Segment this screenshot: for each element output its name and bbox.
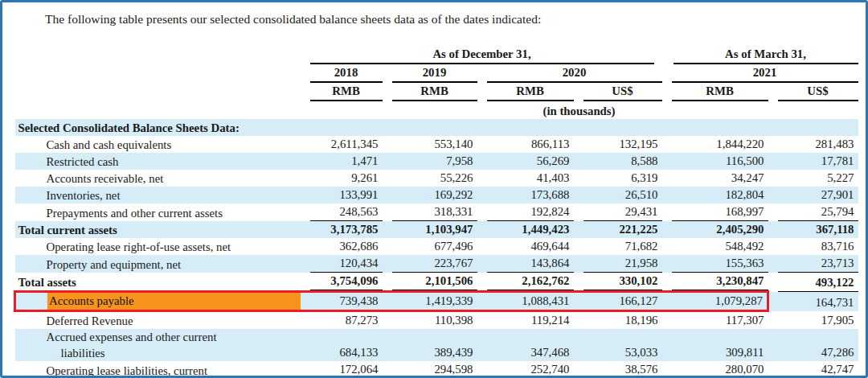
cell-value: 309,811 <box>726 346 764 359</box>
cell-value: 166,127 <box>619 294 657 307</box>
group-header-december: As of December 31, <box>310 46 654 64</box>
cell-value: 469,644 <box>530 240 569 253</box>
cell-value: 71,682 <box>625 240 658 253</box>
year-2020: 2020 <box>487 64 662 83</box>
cell-value: 8,588 <box>631 154 657 167</box>
cell-value: 41,403 <box>537 171 570 184</box>
currency-label: RMB <box>310 83 383 101</box>
row-label: Selected Consolidated Balance Sheets Dat… <box>18 120 301 136</box>
units-note: (in thousands) <box>301 101 858 119</box>
cell-value: 21,958 <box>625 257 658 269</box>
cell-value: 55,226 <box>440 171 473 184</box>
year-2019: 2019 <box>392 64 477 83</box>
cell-value: 553,140 <box>434 138 473 150</box>
cell-value: 38,576 <box>625 363 658 376</box>
currency-label: RMB <box>672 83 768 101</box>
cell-value: 9,261 <box>351 171 378 184</box>
cell-value: 47,286 <box>821 346 854 359</box>
cell-value: 248,563 <box>339 205 378 218</box>
cell-value: 362,686 <box>339 240 378 253</box>
cell-value: 18,196 <box>625 314 658 327</box>
cell-value: 17,781 <box>821 154 854 167</box>
cell-value: 169,292 <box>434 188 473 201</box>
cell-value: 53,033 <box>625 346 658 359</box>
row-label: Operating lease right-of-use assets, net <box>47 239 301 255</box>
cell-value: 684,133 <box>339 346 378 359</box>
row-label-line2: liabilities <box>47 345 301 361</box>
table-row: Accounts receivable, net 9,261 55,226 41… <box>15 170 858 187</box>
cell-value: 347,468 <box>530 346 569 359</box>
row-label: Accounts receivable, net <box>47 171 301 187</box>
cell-value: 389,439 <box>434 346 473 359</box>
table-row: Restricted cash 1,471 7,958 56,269 8,588… <box>15 153 858 170</box>
highlighted-row: Accounts payable 739,438 1,419,339 1,088… <box>15 292 858 311</box>
row-label: Deferred Revenue <box>47 313 301 329</box>
cell-value: 281,483 <box>815 138 854 150</box>
table-row: Deferred Revenue 87,273 110,398 119,214 … <box>15 311 858 330</box>
cell-value: 493,122 <box>815 276 854 289</box>
cell-value: 116,500 <box>726 154 764 167</box>
cell-value: 2,611,345 <box>331 138 379 150</box>
cell-value: 120,434 <box>339 257 378 269</box>
table-row: Total current assets 3,173,785 1,103,947… <box>15 221 858 238</box>
cell-value: 27,901 <box>821 188 854 201</box>
table-row: Operating lease right-of-use assets, net… <box>15 238 858 255</box>
cell-value: 866,113 <box>531 138 570 150</box>
cell-value: 367,118 <box>816 223 854 236</box>
cell-value: 25,794 <box>821 205 854 218</box>
cell-value: 26,510 <box>625 188 658 201</box>
cell-value: 677,496 <box>434 240 473 253</box>
cell-value: 252,740 <box>530 363 569 376</box>
cell-value: 739,438 <box>339 294 378 307</box>
cell-value: 2,162,762 <box>522 274 569 287</box>
cell-value: 23,713 <box>821 257 854 269</box>
cell-value: 294,598 <box>434 363 473 376</box>
cell-value: 192,824 <box>530 205 569 218</box>
table-row: Selected Consolidated Balance Sheets Dat… <box>15 119 858 136</box>
row-label: Cash and cash equivalents <box>47 137 301 153</box>
cell-value: 2,405,290 <box>716 223 764 236</box>
year-2021: 2021 <box>672 64 858 83</box>
currency-label: RMB <box>487 83 574 101</box>
cell-value: 173,688 <box>530 188 569 201</box>
row-label: Operating lease liabilities, current <box>47 363 301 378</box>
currency-label: US$ <box>583 83 662 101</box>
table-row: Operating lease liabilities, current 172… <box>15 361 858 378</box>
cell-value: 172,064 <box>339 363 378 376</box>
currency-label: RMB <box>392 83 477 101</box>
row-label: Restricted cash <box>47 154 301 170</box>
cell-value: 3,754,096 <box>330 274 378 287</box>
cell-value: 3,173,785 <box>330 223 378 236</box>
cell-value: 1,419,339 <box>425 294 473 307</box>
row-label: Total assets <box>18 274 301 290</box>
cell-value: 3,230,847 <box>716 274 764 287</box>
group-header-march: As of March 31, <box>674 46 858 64</box>
cell-value: 280,070 <box>725 363 764 376</box>
cell-value: 56,269 <box>537 154 570 167</box>
table-row: Accrued expenses and other currentliabil… <box>15 329 858 361</box>
cell-value: 117,307 <box>726 314 764 327</box>
row-label: Total current assets <box>18 222 301 238</box>
cell-value: 29,431 <box>625 205 658 218</box>
accounts-payable-highlight: Accounts payable <box>47 293 301 310</box>
cell-value: 119,214 <box>531 314 570 327</box>
cell-value: 2,101,506 <box>425 274 473 287</box>
table-body: Selected Consolidated Balance Sheets Dat… <box>15 119 858 378</box>
table-row: Property and equipment, net 120,434 223,… <box>15 255 858 273</box>
table-row: Prepayments and other current assets 248… <box>15 203 858 221</box>
year-header-row: 2018 2019 2020 2021 <box>15 64 858 83</box>
cell-value: 133,991 <box>339 188 378 201</box>
cell-value: 87,273 <box>346 314 379 327</box>
cell-value: 164,731 <box>815 296 854 309</box>
cell-value: 110,398 <box>435 314 473 327</box>
cell-value: 6,319 <box>631 171 657 184</box>
table-row: Cash and cash equivalents 2,611,345 553,… <box>15 136 858 153</box>
cell-value: 1,103,947 <box>425 223 473 236</box>
cell-value: 1,079,287 <box>715 294 763 307</box>
cell-value: 1,449,423 <box>522 223 569 236</box>
year-2018: 2018 <box>310 64 383 83</box>
cell-value: 34,247 <box>731 171 764 184</box>
row-label: Prepayments and other current assets <box>47 205 301 221</box>
cell-value: 182,804 <box>725 188 764 201</box>
table-row: Inventories, net 133,991 169,292 173,688… <box>15 187 858 203</box>
